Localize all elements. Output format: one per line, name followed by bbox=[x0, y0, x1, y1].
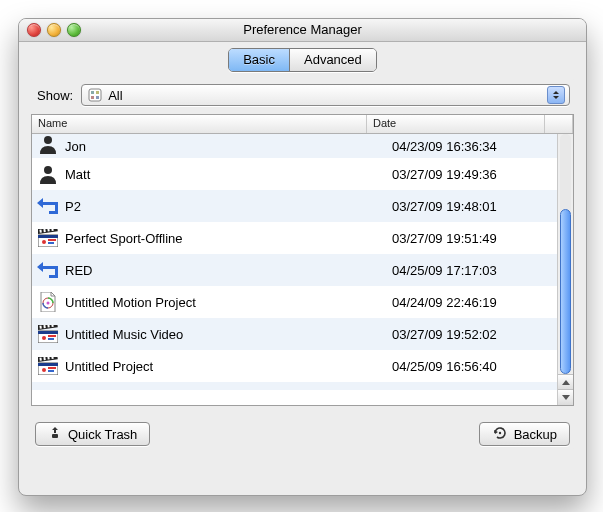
table-row[interactable]: Perfect Sport-Offline03/27/09 19:51:49 bbox=[32, 222, 557, 254]
table-row[interactable]: Matt03/27/09 19:49:36 bbox=[32, 158, 557, 190]
svg-point-18 bbox=[47, 302, 50, 305]
view-toggle: Basic Advanced bbox=[228, 48, 377, 72]
show-value: All bbox=[108, 88, 122, 103]
svg-rect-16 bbox=[48, 242, 54, 244]
row-date: 03/27/09 19:49:36 bbox=[390, 167, 557, 182]
row-name: Matt bbox=[61, 167, 390, 182]
svg-point-6 bbox=[44, 166, 52, 174]
popup-stepper-icon bbox=[547, 86, 565, 104]
row-date: 03/27/09 19:48:01 bbox=[390, 199, 557, 214]
scrollbar-thumb[interactable] bbox=[560, 209, 571, 374]
row-date: 03/27/09 19:52:02 bbox=[390, 327, 557, 342]
backup-icon bbox=[492, 426, 508, 443]
show-label: Show: bbox=[35, 88, 73, 103]
clap-icon bbox=[32, 325, 61, 343]
person-icon bbox=[32, 134, 61, 154]
window-title: Preference Manager bbox=[243, 22, 362, 37]
quick-trash-button[interactable]: Quick Trash bbox=[35, 422, 150, 446]
svg-rect-11 bbox=[43, 229, 45, 232]
svg-rect-23 bbox=[43, 325, 45, 328]
svg-rect-27 bbox=[48, 335, 56, 337]
svg-rect-33 bbox=[43, 357, 45, 360]
svg-rect-8 bbox=[38, 235, 58, 238]
row-name: Untitled Project bbox=[61, 359, 390, 374]
backup-button[interactable]: Backup bbox=[479, 422, 570, 446]
row-name: RED bbox=[61, 263, 390, 278]
svg-rect-3 bbox=[91, 96, 94, 99]
svg-rect-32 bbox=[39, 357, 41, 360]
svg-rect-30 bbox=[38, 363, 58, 366]
svg-rect-10 bbox=[39, 229, 41, 232]
doc-icon bbox=[32, 292, 61, 312]
tab-bar: Basic Advanced bbox=[19, 42, 586, 78]
tab-advanced[interactable]: Advanced bbox=[289, 49, 376, 71]
traffic-lights bbox=[27, 23, 81, 37]
row-date: 04/23/09 16:36:34 bbox=[390, 139, 557, 154]
zoom-icon[interactable] bbox=[67, 23, 81, 37]
minimize-icon[interactable] bbox=[47, 23, 61, 37]
svg-rect-28 bbox=[48, 338, 54, 340]
row-name: Perfect Sport-Offline bbox=[61, 231, 390, 246]
svg-rect-4 bbox=[96, 96, 99, 99]
table-row[interactable]: Untitled Music Video03/27/09 19:52:02 bbox=[32, 318, 557, 350]
row-name: Untitled Music Video bbox=[61, 327, 390, 342]
show-popup[interactable]: All bbox=[81, 84, 570, 106]
column-scroll-spacer bbox=[545, 115, 573, 133]
titlebar[interactable]: Preference Manager bbox=[19, 19, 586, 42]
backup-label: Backup bbox=[514, 427, 557, 442]
filter-all-icon bbox=[88, 88, 102, 102]
svg-point-40 bbox=[498, 431, 500, 433]
svg-rect-38 bbox=[48, 370, 54, 372]
svg-point-36 bbox=[42, 368, 46, 372]
window-frame: Preference Manager Basic Advanced Show: bbox=[18, 18, 587, 496]
svg-point-14 bbox=[42, 240, 46, 244]
table-row[interactable]: RED04/25/09 17:17:03 bbox=[32, 254, 557, 286]
svg-rect-39 bbox=[52, 434, 58, 438]
row-date: 04/25/09 17:17:03 bbox=[390, 263, 557, 278]
table: Name Date Jon04/23/09 16:36:34Matt03/27/… bbox=[31, 114, 574, 406]
column-date[interactable]: Date bbox=[367, 115, 545, 133]
row-date: 04/24/09 22:46:19 bbox=[390, 295, 557, 310]
content-panel: Show: All bbox=[31, 78, 574, 450]
arrow-icon bbox=[32, 198, 61, 214]
table-row[interactable]: Untitled Motion Project04/24/09 22:46:19 bbox=[32, 286, 557, 318]
table-row[interactable]: P203/27/09 19:48:01 bbox=[32, 190, 557, 222]
row-name: Jon bbox=[61, 139, 390, 154]
table-header: Name Date bbox=[32, 115, 573, 134]
clap-icon bbox=[32, 229, 61, 247]
svg-point-26 bbox=[42, 336, 46, 340]
vertical-scrollbar[interactable] bbox=[557, 134, 573, 405]
svg-rect-20 bbox=[38, 331, 58, 334]
row-date: 03/27/09 19:51:49 bbox=[390, 231, 557, 246]
column-name[interactable]: Name bbox=[32, 115, 367, 133]
svg-rect-1 bbox=[91, 91, 94, 94]
close-icon[interactable] bbox=[27, 23, 41, 37]
scroll-up-icon[interactable] bbox=[558, 374, 573, 390]
tab-basic[interactable]: Basic bbox=[229, 49, 289, 71]
arrow-icon bbox=[32, 262, 61, 278]
table-row[interactable]: Untitled Project04/25/09 16:56:40 bbox=[32, 350, 557, 382]
row-name: P2 bbox=[61, 199, 390, 214]
table-body: Jon04/23/09 16:36:34Matt03/27/09 19:49:3… bbox=[32, 134, 557, 405]
svg-rect-15 bbox=[48, 239, 56, 241]
button-row: Quick Trash Backup bbox=[31, 406, 574, 450]
svg-point-5 bbox=[44, 136, 52, 144]
svg-rect-22 bbox=[39, 325, 41, 328]
filter-row: Show: All bbox=[31, 78, 574, 114]
quick-trash-label: Quick Trash bbox=[68, 427, 137, 442]
row-date: 04/25/09 16:56:40 bbox=[390, 359, 557, 374]
table-row[interactable]: Jon04/23/09 16:36:34 bbox=[32, 134, 557, 158]
scroll-down-icon[interactable] bbox=[558, 389, 573, 405]
person-icon bbox=[32, 164, 61, 184]
svg-rect-37 bbox=[48, 367, 56, 369]
row-name: Untitled Motion Project bbox=[61, 295, 390, 310]
table-row[interactable] bbox=[32, 382, 557, 390]
svg-rect-0 bbox=[89, 89, 101, 101]
clap-icon bbox=[32, 357, 61, 375]
svg-rect-2 bbox=[96, 91, 99, 94]
trash-icon bbox=[48, 426, 62, 443]
